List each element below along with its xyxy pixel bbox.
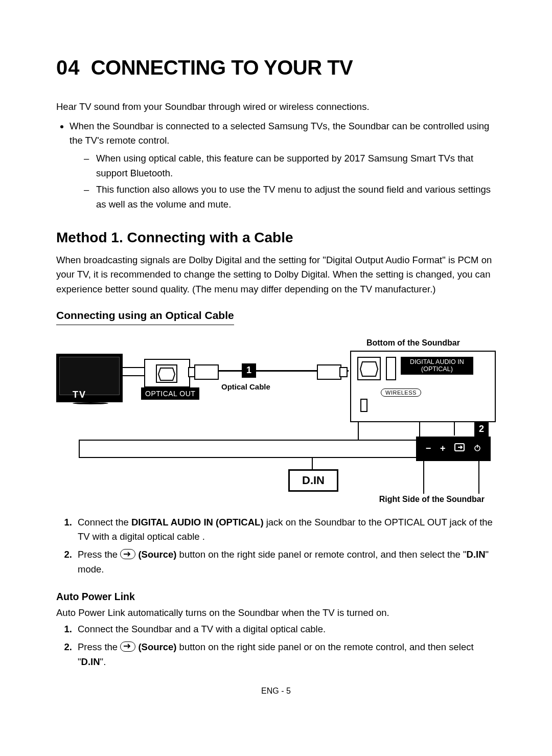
- step-text: ".: [100, 656, 106, 667]
- intro-text: Hear TV sound from your Soundbar through…: [56, 100, 496, 114]
- leader-line: [312, 458, 313, 469]
- list-item-text: When the Soundbar is connected to a sele…: [70, 121, 489, 146]
- step-text-bold: DIGITAL AUDIO IN (OPTICAL): [131, 517, 264, 528]
- connection-diagram: Bottom of the Soundbar TV OPTICAL OUT 1 …: [56, 338, 496, 507]
- source-icon: [120, 642, 135, 652]
- sub-heading: Connecting using an Optical Cable: [56, 309, 234, 325]
- list-item: Connect the Soundbar and a TV with a dig…: [75, 622, 496, 637]
- optical-out-label: OPTICAL OUT: [141, 387, 199, 400]
- step-text-bold: D.IN: [81, 656, 100, 667]
- tv-label: TV: [73, 390, 86, 400]
- leader-line: [122, 375, 144, 376]
- leader-line: [454, 422, 455, 436]
- diagram-caption-bottom: Right Side of the Soundbar: [379, 495, 485, 504]
- svg-marker-2: [360, 362, 378, 376]
- chapter-number: 04: [56, 56, 80, 79]
- source-icon: [120, 549, 135, 559]
- soundbar-front-icon: [79, 440, 436, 458]
- plug-icon: [339, 367, 348, 377]
- svg-marker-1: [158, 368, 175, 380]
- plug-icon: [317, 364, 341, 380]
- step-text: Connect the: [78, 517, 131, 528]
- plug-icon: [194, 364, 219, 380]
- list-item: When using optical cable, this feature c…: [84, 151, 496, 180]
- chapter-title-text: CONNECTING TO YOUR TV: [91, 56, 353, 79]
- optical-out-port: [144, 359, 190, 387]
- port-icon: [386, 357, 396, 380]
- method-heading: Method 1. Connecting with a Cable: [56, 230, 496, 246]
- power-icon: [474, 443, 481, 454]
- list-item: This function also allows you to use the…: [84, 182, 496, 212]
- dash-list: When using optical cable, this feature c…: [70, 151, 496, 212]
- page-footer: ENG - 5: [56, 686, 496, 696]
- step-text: Press the: [78, 642, 120, 652]
- autopower-steps-list: Connect the Soundbar and a TV with a dig…: [65, 622, 496, 669]
- leader-line: [478, 461, 479, 494]
- volume-up-icon: +: [440, 443, 446, 454]
- digital-audio-in-label: DIGITAL AUDIO IN (OPTICAL): [401, 357, 473, 375]
- port-icon: [360, 399, 367, 412]
- leader-line: [358, 422, 359, 441]
- source-icon: [454, 443, 465, 454]
- chapter-title: 04 CONNECTING TO YOUR TV: [56, 56, 496, 79]
- din-display: D.IN: [288, 469, 338, 492]
- step-text-bold: D.IN: [467, 549, 486, 560]
- step-text: button on the right side panel or remote…: [176, 549, 466, 560]
- diagram-caption-top: Bottom of the Soundbar: [366, 338, 460, 348]
- volume-down-icon: −: [426, 443, 431, 454]
- step-text: Press the: [78, 549, 120, 560]
- optical-in-port-icon: [357, 357, 381, 380]
- wireless-label: WIRELESS: [381, 388, 421, 397]
- leader-line: [423, 461, 424, 494]
- list-item: Press the (Source) button on the right s…: [75, 547, 496, 577]
- step-text-bold: (Source): [135, 642, 176, 652]
- soundbar-bottom-panel: DIGITAL AUDIO IN (OPTICAL) WIRELESS: [350, 351, 496, 422]
- step-badge-2: 2: [474, 422, 489, 437]
- leader-line: [122, 367, 144, 368]
- steps-list: Connect the DIGITAL AUDIO IN (OPTICAL) j…: [65, 515, 496, 577]
- list-item: Press the (Source) button on the right s…: [75, 640, 496, 669]
- list-item: When the Soundbar is connected to a sele…: [70, 119, 496, 212]
- soundbar-side-panel: − +: [416, 437, 491, 461]
- method-body: When broadcasting signals are Dolby Digi…: [56, 253, 496, 297]
- step-badge-1: 1: [242, 363, 256, 378]
- step-text-bold: (Source): [135, 549, 176, 560]
- tv-icon: TV: [56, 354, 123, 402]
- manual-page: 04 CONNECTING TO YOUR TV Hear TV sound f…: [0, 0, 552, 726]
- port-icon: [145, 360, 189, 386]
- list-item: Connect the DIGITAL AUDIO IN (OPTICAL) j…: [75, 515, 496, 544]
- bullet-list: When the Soundbar is connected to a sele…: [70, 119, 496, 212]
- optical-cable-label: Optical Cable: [221, 382, 270, 391]
- autopower-heading: Auto Power Link: [56, 591, 496, 603]
- autopower-intro: Auto Power Link automatically turns on t…: [56, 606, 496, 620]
